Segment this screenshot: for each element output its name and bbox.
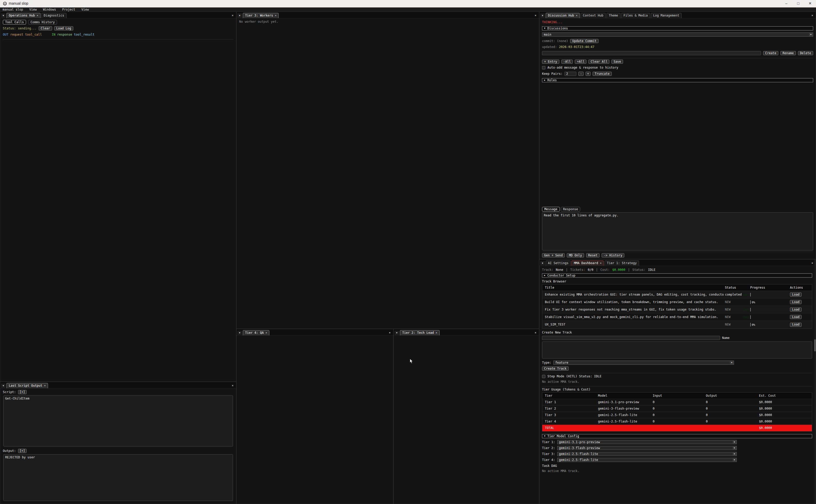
load-button[interactable]: Load	[790, 307, 802, 312]
separator: |	[566, 268, 568, 272]
load-log-button[interactable]: Load Log	[54, 26, 73, 30]
gen-send-button[interactable]: Gen + Send	[542, 253, 565, 257]
table-row: Tier 4 gemini-2.5-flash-lite 0 0 $0.0000	[542, 418, 812, 425]
tab-tier2-tech-lead[interactable]: Tier 2: Tech Lead ✕	[400, 330, 440, 335]
collapse-pane-icon[interactable]: ▼	[1, 384, 6, 388]
tab-label: Tier 4: QA	[245, 331, 264, 335]
menu-item-project[interactable]: Project	[62, 8, 75, 12]
close-button[interactable]: ✕	[804, 0, 816, 7]
delete-button[interactable]: Delete	[798, 51, 813, 55]
tab-message[interactable]: Message	[542, 207, 560, 212]
create-track-button[interactable]: Create Track	[542, 367, 569, 371]
pane-close-icon[interactable]: ✕	[810, 261, 814, 266]
tab-tier4-qa[interactable]: Tier 4: QA ✕	[243, 330, 269, 335]
track-description-textarea[interactable]	[542, 342, 812, 359]
message-textarea[interactable]: Read the first 10 lines of aggregate.py.	[542, 212, 813, 250]
md-only-button[interactable]: MD Only	[567, 253, 584, 257]
create-button[interactable]: Create	[763, 51, 778, 55]
collapse-pane-icon[interactable]: ▼	[394, 331, 399, 335]
tier-model-config-header[interactable]: ▼ Tier Model Config	[542, 434, 812, 438]
discussions-section-header[interactable]: ▼ Discussions	[542, 26, 813, 30]
tab-operations-hub[interactable]: Operations Hub ✕	[6, 13, 41, 18]
tab-ai-settings[interactable]: AI Settings	[546, 261, 571, 266]
script-expand-button[interactable]: [+]	[18, 390, 27, 394]
tab-close-icon[interactable]: ✕	[37, 14, 38, 17]
save-button[interactable]: Save	[611, 60, 623, 64]
truncate-button[interactable]: Truncate	[593, 72, 612, 76]
selected-value: feature	[555, 361, 568, 365]
to-history-button[interactable]: -> History	[602, 253, 624, 257]
scrollbar-track[interactable]	[814, 259, 816, 504]
tab-close-icon[interactable]: ✕	[436, 331, 437, 335]
update-commit-button[interactable]: Update Commit	[570, 39, 599, 43]
tab-theme[interactable]: Theme	[607, 13, 620, 18]
collapse-all-button[interactable]: -All	[561, 60, 573, 64]
subtab-tool-calls[interactable]: Tool Calls	[3, 20, 26, 25]
load-button[interactable]: Load	[790, 300, 802, 304]
add-entry-button[interactable]: + Entry	[542, 60, 559, 64]
track-title: Fix Tier 3 worker responses not reaching…	[543, 308, 724, 312]
auto-add-checkbox[interactable]	[542, 66, 545, 69]
pane-close-icon[interactable]: ✕	[231, 384, 235, 388]
tab-discussion-hub[interactable]: Discussion Hub ✕	[546, 13, 580, 18]
tab-close-icon[interactable]: ✕	[600, 262, 601, 265]
subtab-comms-history[interactable]: Comms History	[28, 20, 57, 25]
collapse-pane-icon[interactable]: ▼	[237, 331, 242, 335]
tab-mma-dashboard[interactable]: MMA Dashboard ✕	[571, 261, 604, 266]
tab-close-icon[interactable]: ✕	[265, 331, 267, 335]
clear-all-button[interactable]: Clear All	[588, 60, 609, 64]
tab-context-hub[interactable]: Context Hub	[580, 13, 605, 18]
tier4-model-select[interactable]: gemini-2.5-flash-lite ▼	[557, 458, 737, 462]
tab-response[interactable]: Response	[561, 207, 580, 212]
menu-item-windows[interactable]: Windows	[43, 8, 56, 12]
tier2-model-select[interactable]: gemini-3-flash-preview ▼	[557, 446, 737, 450]
collapse-pane-icon[interactable]: ▼	[540, 261, 545, 265]
load-button[interactable]: Load	[790, 315, 802, 319]
collapse-pane-icon[interactable]: ▼	[237, 13, 242, 18]
minimize-button[interactable]: –	[780, 0, 792, 7]
menu-item-view[interactable]: View	[29, 8, 37, 12]
roles-section-header[interactable]: ▶ Roles	[542, 78, 813, 82]
tab-tier3-workers[interactable]: Tier 3: Workers ✕	[243, 13, 279, 18]
step-mode-checkbox[interactable]	[542, 375, 545, 378]
keep-pairs-input[interactable]: 2	[564, 72, 576, 76]
tab-last-script-output[interactable]: Last Script Output ✕	[6, 383, 48, 388]
tab-files-media[interactable]: Files & Media	[621, 13, 650, 18]
tab-tier1-strategy[interactable]: Tier 1: Strategy	[604, 261, 639, 266]
script-textarea[interactable]: Get-ChildItem	[3, 395, 233, 446]
tab-close-icon[interactable]: ✕	[576, 14, 577, 17]
load-button[interactable]: Load	[790, 323, 802, 327]
track-name-input[interactable]	[542, 336, 720, 340]
increment-button[interactable]: +	[586, 72, 591, 76]
menu-item-manual-slop[interactable]: manual slop	[3, 8, 23, 12]
output-textarea[interactable]: REJECTED by user	[3, 454, 233, 501]
expand-all-button[interactable]: +All	[575, 60, 586, 64]
conductor-setup-header[interactable]: ▶ Conductor Setup	[542, 273, 812, 278]
rename-button[interactable]: Rename	[780, 51, 796, 55]
chevron-down-icon: ▼	[730, 361, 733, 364]
pane-close-icon[interactable]: ✕	[810, 14, 814, 18]
tier1-model-select[interactable]: gemini-3.1-pro-preview ▼	[557, 440, 737, 444]
tab-diagnostics[interactable]: Diagnostics	[41, 13, 66, 18]
pane-close-icon[interactable]: ✕	[388, 331, 392, 335]
collapse-pane-icon[interactable]: ▼	[1, 13, 6, 18]
pane-close-icon[interactable]: ✕	[534, 331, 537, 335]
menu-item-view-2[interactable]: View	[82, 8, 89, 12]
tab-log-management[interactable]: Log Management	[651, 13, 682, 18]
decrement-button[interactable]: -	[578, 72, 583, 76]
discussion-select[interactable]: main ▼	[542, 32, 813, 37]
scrollbar-thumb[interactable]	[814, 339, 816, 351]
collapse-pane-icon[interactable]: ▼	[540, 13, 545, 18]
tier3-model-select[interactable]: gemini-2.5-flash-lite ▼	[557, 452, 737, 456]
tab-close-icon[interactable]: ✕	[275, 14, 276, 17]
tab-close-icon[interactable]: ✕	[44, 384, 46, 387]
maximize-button[interactable]: □	[792, 0, 804, 7]
reset-button[interactable]: Reset	[586, 253, 600, 257]
discussion-name-input[interactable]	[542, 51, 761, 55]
pane-close-icon[interactable]: ✕	[534, 14, 537, 18]
pane-close-icon[interactable]: ✕	[231, 14, 235, 18]
load-button[interactable]: Load	[790, 292, 802, 297]
clear-button[interactable]: Clear	[39, 26, 52, 30]
track-type-select[interactable]: feature ▼	[553, 361, 734, 365]
output-expand-button[interactable]: [+]	[18, 449, 27, 453]
